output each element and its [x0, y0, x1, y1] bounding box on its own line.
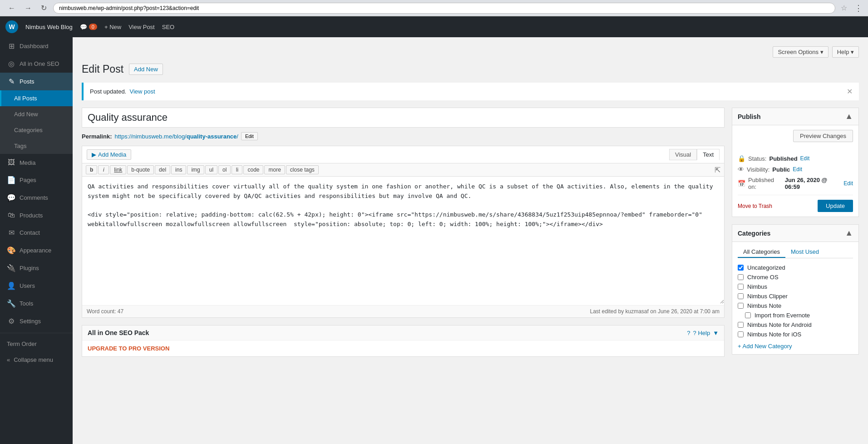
- post-title-input[interactable]: [82, 108, 725, 128]
- sidebar-item-tags[interactable]: Tags: [0, 138, 73, 154]
- sidebar-item-media[interactable]: 🖼 Media: [0, 154, 73, 171]
- sidebar-item-settings[interactable]: ⚙ Settings: [0, 312, 73, 330]
- format-ins[interactable]: ins: [171, 165, 186, 174]
- format-link[interactable]: link: [110, 165, 126, 174]
- category-label-nimbus-ios[interactable]: Nimbus Note for iOS: [747, 331, 801, 338]
- format-more[interactable]: more: [264, 165, 285, 174]
- sidebar-item-contact[interactable]: ✉ Contact: [0, 224, 73, 242]
- move-to-trash-link[interactable]: Move to Trash: [738, 203, 772, 209]
- category-label-import-evernote[interactable]: Import from Evernote: [755, 312, 810, 319]
- sidebar-item-term-order[interactable]: Term Order: [0, 336, 73, 352]
- add-new-button[interactable]: Add New: [129, 64, 163, 75]
- browser-reload-btn[interactable]: ↻: [38, 3, 49, 13]
- category-checkbox-chrome-os[interactable]: [738, 274, 744, 280]
- sidebar-item-dashboard[interactable]: ⊞ Dashboard: [0, 37, 73, 55]
- sidebar-item-comments[interactable]: 💬 Comments: [0, 189, 73, 207]
- category-label-nimbus-clipper[interactable]: Nimbus Clipper: [747, 293, 788, 300]
- page-header: Edit Post Add New: [82, 63, 859, 75]
- word-count-text: Word count:: [87, 308, 116, 315]
- help-button[interactable]: Help ▾: [832, 46, 859, 58]
- browser-menu-icon[interactable]: ⋮: [854, 3, 863, 13]
- published-edit-link[interactable]: Edit: [843, 180, 853, 187]
- sidebar-item-products[interactable]: 🛍 Products: [0, 207, 73, 224]
- format-bold[interactable]: b: [86, 165, 97, 174]
- browser-chrome: ← → ↻ ☆ ⋮: [0, 0, 868, 16]
- preview-changes-button[interactable]: Preview Changes: [793, 130, 853, 142]
- category-checkbox-nimbus[interactable]: [738, 284, 744, 290]
- notice-close-button[interactable]: ✕: [847, 87, 853, 96]
- screen-options-button[interactable]: Screen Options ▾: [773, 46, 828, 58]
- add-new-category-link[interactable]: + Add New Category: [738, 343, 853, 350]
- add-media-button[interactable]: ▶ Add Media: [87, 149, 131, 160]
- sidebar-collapse-menu[interactable]: « Collapse menu: [0, 352, 73, 368]
- sidebar-item-posts[interactable]: ✎ Posts: [0, 73, 73, 90]
- sidebar-item-tools[interactable]: 🔧 Tools: [0, 295, 73, 312]
- post-content-editor[interactable]: QA activities and responsibilities cover…: [82, 177, 724, 304]
- browser-forward-btn[interactable]: →: [22, 3, 35, 13]
- category-item-nimbus-clipper: Nimbus Clipper: [738, 291, 853, 301]
- admin-bar-new[interactable]: + New: [104, 24, 121, 30]
- wp-logo[interactable]: W: [5, 20, 18, 33]
- format-code[interactable]: code: [243, 165, 263, 174]
- admin-bar-comments[interactable]: 💬 0: [80, 24, 97, 30]
- format-italic[interactable]: i: [98, 165, 109, 174]
- category-label-nimbus[interactable]: Nimbus: [747, 283, 767, 290]
- notice-view-post-link[interactable]: View post: [129, 88, 155, 95]
- seo-help-button[interactable]: ? ? Help ▼: [687, 330, 719, 336]
- tab-text[interactable]: Text: [697, 149, 720, 160]
- tab-visual[interactable]: Visual: [669, 149, 697, 160]
- sidebar-item-appearance[interactable]: 🎨 Appearance: [0, 242, 73, 259]
- admin-layout: ⊞ Dashboard ◎ All in One SEO ✎ Posts All…: [0, 37, 868, 444]
- status-icon: 🔒: [738, 155, 745, 162]
- category-checkbox-nimbus-note[interactable]: [738, 303, 744, 309]
- category-checkbox-nimbus-android[interactable]: [738, 322, 744, 328]
- category-checkbox-import-evernote[interactable]: [745, 312, 751, 318]
- update-button[interactable]: Update: [818, 200, 853, 212]
- visibility-edit-link[interactable]: Edit: [793, 166, 802, 173]
- categories-panel-header[interactable]: Categories ▲: [732, 225, 858, 242]
- tools-icon: 🔧: [7, 299, 16, 308]
- site-name[interactable]: Nimbus Web Blog: [25, 24, 73, 30]
- tab-all-categories[interactable]: All Categories: [738, 247, 785, 258]
- category-label-nimbus-android[interactable]: Nimbus Note for Android: [747, 321, 812, 328]
- browser-back-btn[interactable]: ←: [5, 3, 18, 13]
- publish-panel-header[interactable]: Publish ▲: [732, 108, 858, 125]
- category-checkbox-nimbus-clipper[interactable]: [738, 293, 744, 299]
- sidebar-item-users[interactable]: 👤 Users: [0, 277, 73, 295]
- format-li[interactable]: li: [232, 165, 242, 174]
- format-blockquote[interactable]: b-quote: [127, 165, 154, 174]
- publish-panel-title: Publish: [738, 113, 761, 120]
- tab-most-used[interactable]: Most Used: [785, 247, 824, 258]
- sidebar-item-pages[interactable]: 📄 Pages: [0, 171, 73, 189]
- category-label-chrome-os[interactable]: Chrome OS: [747, 274, 779, 281]
- format-del[interactable]: del: [155, 165, 170, 174]
- category-label-uncategorized[interactable]: Uncategorized: [747, 264, 785, 271]
- notice-message: Post updated.: [90, 88, 126, 95]
- seo-upgrade-link[interactable]: UPGRADE TO PRO VERSION: [82, 340, 724, 356]
- categories-panel: Categories ▲ All Categories Most Used: [732, 224, 859, 355]
- admin-bar-seo[interactable]: SEO: [162, 24, 174, 30]
- word-count-value: 47: [118, 308, 123, 315]
- status-edit-link[interactable]: Edit: [800, 155, 810, 162]
- sidebar-item-all-posts[interactable]: All Posts: [0, 90, 73, 106]
- format-ul[interactable]: ul: [205, 165, 217, 174]
- sidebar-item-all-in-one-seo[interactable]: ◎ All in One SEO: [0, 55, 73, 73]
- format-img[interactable]: img: [187, 165, 204, 174]
- format-ol[interactable]: ol: [218, 165, 231, 174]
- permalink-url-link[interactable]: https://nimbusweb.me/blog/quality-assura…: [114, 133, 238, 140]
- add-media-icon: ▶: [92, 151, 96, 158]
- permalink-edit-button[interactable]: Edit: [241, 132, 258, 140]
- sidebar-item-add-new[interactable]: Add New: [0, 106, 73, 122]
- sidebar-item-plugins[interactable]: 🔌 Plugins: [0, 259, 73, 277]
- admin-bar-view-post[interactable]: View Post: [128, 24, 155, 30]
- browser-address-bar[interactable]: [53, 3, 835, 14]
- category-checkbox-nimbus-ios[interactable]: [738, 331, 744, 337]
- category-checkbox-uncategorized[interactable]: [738, 265, 744, 271]
- format-close-tags[interactable]: close tags: [286, 165, 319, 174]
- editor-expand-button[interactable]: ⇱: [715, 166, 720, 174]
- editor-footer: Word count: 47 Last edited by kuzmasaf o…: [82, 305, 724, 317]
- browser-bookmark-icon[interactable]: ☆: [841, 4, 847, 12]
- sidebar-label-contact: Contact: [20, 229, 40, 236]
- sidebar-item-categories[interactable]: Categories: [0, 122, 73, 138]
- category-label-nimbus-note[interactable]: Nimbus Note: [747, 302, 781, 309]
